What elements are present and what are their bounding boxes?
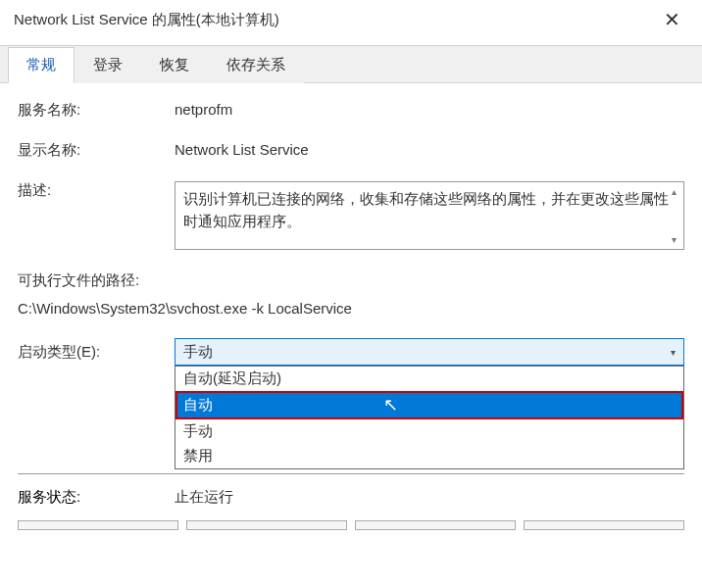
window-title: Network List Service 的属性(本地计算机) xyxy=(14,11,279,29)
startup-type-dropdown[interactable]: 手动 ▾ 自动(延迟启动) 自动 ↖ 手动 禁用 xyxy=(175,338,684,366)
close-button[interactable]: ✕ xyxy=(656,8,688,31)
startup-option-disabled[interactable]: 禁用 xyxy=(176,444,683,468)
service-status-value: 止在运行 xyxy=(175,488,233,507)
description-text: 识别计算机已连接的网络，收集和存储这些网络的属性，并在更改这些属性时通知应用程序… xyxy=(183,190,669,229)
startup-type-label: 启动类型(E): xyxy=(18,343,175,362)
startup-type-list: 自动(延迟启动) 自动 ↖ 手动 禁用 xyxy=(175,366,684,469)
service-name-value: netprofm xyxy=(175,101,232,120)
tab-dependencies[interactable]: 依存关系 xyxy=(208,47,304,83)
resume-button[interactable] xyxy=(524,520,684,530)
startup-type-selected-text: 手动 xyxy=(183,343,213,362)
divider xyxy=(18,473,684,474)
start-button[interactable] xyxy=(18,520,178,530)
cursor-icon: ↖ xyxy=(383,394,398,416)
path-value: C:\Windows\System32\svchost.exe -k Local… xyxy=(18,300,684,317)
service-status-row: 服务状态: 止在运行 xyxy=(18,488,684,507)
tab-content: 服务名称: netprofm 显示名称: Network List Servic… xyxy=(0,83,702,507)
display-name-row: 显示名称: Network List Service xyxy=(18,141,684,160)
startup-type-selected[interactable]: 手动 ▾ xyxy=(175,338,684,366)
scroll-up-icon[interactable]: ▴ xyxy=(672,184,677,199)
path-section: 可执行文件的路径: C:\Windows\System32\svchost.ex… xyxy=(18,271,684,317)
startup-option-auto-delayed[interactable]: 自动(延迟启动) xyxy=(176,367,683,391)
startup-option-auto[interactable]: 自动 ↖ xyxy=(176,391,683,419)
service-status-label: 服务状态: xyxy=(18,488,175,507)
service-name-row: 服务名称: netprofm xyxy=(18,101,684,120)
tab-general[interactable]: 常规 xyxy=(8,47,75,83)
tab-logon[interactable]: 登录 xyxy=(75,47,141,83)
display-name-value: Network List Service xyxy=(175,141,309,160)
description-scrollbar[interactable]: ▴ ▾ xyxy=(666,184,681,247)
description-box[interactable]: 识别计算机已连接的网络，收集和存储这些网络的属性，并在更改这些属性时通知应用程序… xyxy=(175,181,684,250)
scroll-down-icon[interactable]: ▾ xyxy=(672,232,677,247)
startup-option-manual[interactable]: 手动 xyxy=(176,419,683,444)
titlebar: Network List Service 的属性(本地计算机) ✕ xyxy=(0,0,702,39)
description-row: 描述: 识别计算机已连接的网络，收集和存储这些网络的属性，并在更改这些属性时通知… xyxy=(18,181,684,250)
pause-button[interactable] xyxy=(355,520,516,530)
chevron-down-icon: ▾ xyxy=(671,347,676,358)
tab-strip: 常规 登录 恢复 依存关系 xyxy=(0,45,702,83)
stop-button[interactable] xyxy=(186,520,347,530)
action-button-row xyxy=(0,520,702,530)
service-name-label: 服务名称: xyxy=(18,101,175,120)
startup-type-row: 启动类型(E): 手动 ▾ 自动(延迟启动) 自动 ↖ 手动 禁用 xyxy=(18,338,684,366)
tab-recovery[interactable]: 恢复 xyxy=(141,47,208,83)
display-name-label: 显示名称: xyxy=(18,141,175,160)
startup-option-auto-text: 自动 xyxy=(183,396,213,413)
description-label: 描述: xyxy=(18,181,175,250)
path-label: 可执行文件的路径: xyxy=(18,271,684,290)
